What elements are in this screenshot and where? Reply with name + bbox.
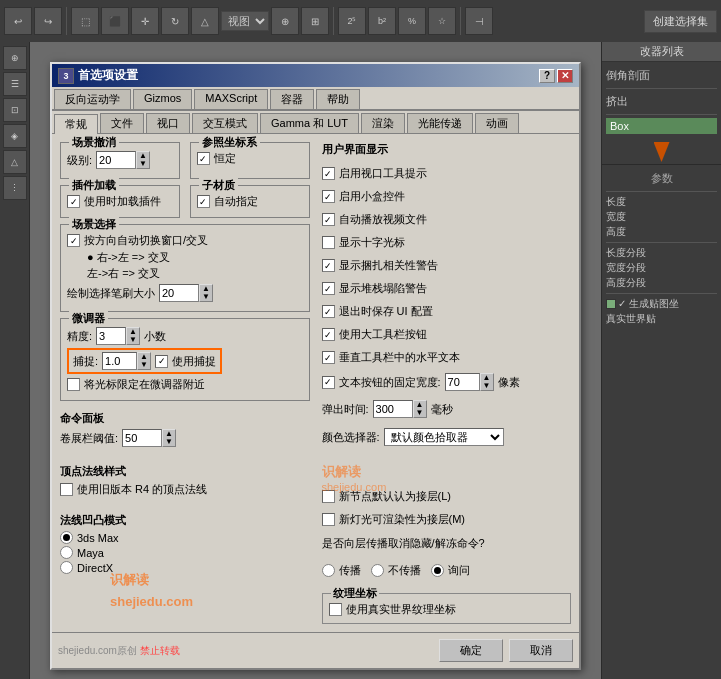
level-input[interactable] [96,151,136,169]
popup-time-input[interactable] [373,400,413,418]
ui-cb-10[interactable] [322,376,335,389]
tab-containers[interactable]: 容器 [270,89,314,109]
brush-size-spinner[interactable]: ▲▼ [199,284,213,302]
ui-item-10[interactable]: 文本按钮的固定宽度: ▲▼ 像素 [322,373,572,391]
new-light-row[interactable]: 新灯光可渲染性为接层(M) [322,512,572,527]
brush-size-input[interactable] [159,284,199,302]
toolbar-undo-btn[interactable]: ↩ [4,7,32,35]
limit-cursor-row[interactable]: 将光标限定在微调器附近 [67,377,303,392]
view-dropdown[interactable]: 视图 [221,11,269,31]
ui-item-1[interactable]: 启用视口工具提示 [322,166,572,181]
bevel-item[interactable]: 倒角剖面 [606,66,717,85]
real-world-coords-row[interactable]: 使用真实世界纹理坐标 [329,602,565,617]
rollout-input[interactable] [122,429,162,447]
tab-maxscript[interactable]: MAXScript [194,89,268,109]
ui-cb-4[interactable] [322,236,335,249]
cancel-button[interactable]: 取消 [509,639,573,662]
real-world-coords-cb[interactable] [329,603,342,616]
propagate-radio[interactable] [322,564,335,577]
ui-cb-6[interactable] [322,282,335,295]
toolbar-num1-btn[interactable]: 2⁵ [338,7,366,35]
toolbar-num3-btn[interactable]: % [398,7,426,35]
fixed-width-spinner[interactable]: ▲▼ [480,373,494,391]
use-snap-cb[interactable] [155,355,168,368]
bumpy-directx-radio[interactable] [60,561,73,574]
use-on-load-row[interactable]: 使用时加载插件 [67,194,173,209]
ui-cb-3[interactable] [322,213,335,226]
vertex-normal-row[interactable]: 使用旧版本 R4 的顶点法线 [60,482,310,497]
ask-radio[interactable] [431,564,444,577]
bumpy-maya-radio[interactable] [60,546,73,559]
auto-assign-row[interactable]: 自动指定 [197,194,303,209]
precision-spinner[interactable]: ▲▼ [126,327,140,345]
ui-item-7[interactable]: 退出时保存 UI 配置 [322,304,572,319]
tab-inverse-kinematics[interactable]: 反向运动学 [54,89,131,109]
toolbar-num2-btn[interactable]: b² [368,7,396,35]
left-btn-2[interactable]: ☰ [3,72,27,96]
tab-radiosity[interactable]: 光能传递 [407,113,473,133]
ok-button[interactable]: 确定 [439,639,503,662]
toolbar-extra2-btn[interactable]: ⊞ [301,7,329,35]
tab-gamma[interactable]: Gamma 和 LUT [260,113,359,133]
gen-coords-cb[interactable] [606,299,616,309]
auto-switch-row[interactable]: 按方向自动切换窗口/交叉 [67,233,303,248]
extrude-item[interactable]: 挤出 [606,92,717,111]
snap-spinner[interactable]: ▲▼ [137,352,151,370]
tab-interaction[interactable]: 交互模式 [192,113,258,133]
close-btn[interactable]: ✕ [557,69,573,83]
no-propagate-row[interactable]: 不传播 [371,563,421,578]
ui-cb-8[interactable] [322,328,335,341]
toolbar-move-btn[interactable]: ✛ [131,7,159,35]
vertex-normal-cb[interactable] [60,483,73,496]
help-btn[interactable]: ? [539,69,555,83]
use-on-load-cb[interactable] [67,195,80,208]
tab-general[interactable]: 常规 [54,114,98,134]
fixed-width-input[interactable] [445,373,480,391]
tab-animation[interactable]: 动画 [475,113,519,133]
bumpy-maya-row[interactable]: Maya [60,546,310,559]
ask-row[interactable]: 询问 [431,563,470,578]
auto-assign-cb[interactable] [197,195,210,208]
ui-cb-2[interactable] [322,190,335,203]
box-item[interactable]: Box [606,118,717,134]
auto-switch-cb[interactable] [67,234,80,247]
precision-input[interactable] [96,327,126,345]
create-selection-btn[interactable]: 创建选择集 [644,10,717,33]
bumpy-3dsmax-radio[interactable] [60,531,73,544]
ui-cb-1[interactable] [322,167,335,180]
ui-item-2[interactable]: 启用小盒控件 [322,189,572,204]
toolbar-select-btn[interactable]: ⬚ [71,7,99,35]
level-spinner[interactable]: ▲▼ [136,151,150,169]
rollout-spinner[interactable]: ▲▼ [162,429,176,447]
bumpy-3dsmax-row[interactable]: 3ds Max [60,531,310,544]
ui-item-5[interactable]: 显示捆扎相关性警告 [322,258,572,273]
left-btn-1[interactable]: ⊕ [3,46,27,70]
bumpy-directx-row[interactable]: DirectX [60,561,310,574]
toolbar-extra1-btn[interactable]: ⊕ [271,7,299,35]
ui-item-9[interactable]: 垂直工具栏中的水平文本 [322,350,572,365]
propagate-row[interactable]: 传播 [322,563,361,578]
popup-time-spinner[interactable]: ▲▼ [413,400,427,418]
toolbar-rotate-btn[interactable]: ↻ [161,7,189,35]
ui-cb-9[interactable] [322,351,335,364]
tab-gizmos[interactable]: Gizmos [133,89,192,109]
toolbar-scale-btn[interactable]: △ [191,7,219,35]
toolbar-mirror-btn[interactable]: ⊣ [465,7,493,35]
snap-input[interactable] [102,352,137,370]
toolbar-select2-btn[interactable]: ⬛ [101,7,129,35]
ui-item-6[interactable]: 显示堆栈塌陷警告 [322,281,572,296]
color-selector-dropdown[interactable]: 默认颜色拾取器 [384,428,504,446]
toolbar-num4-btn[interactable]: ☆ [428,7,456,35]
ui-cb-5[interactable] [322,259,335,272]
limit-cursor-cb[interactable] [67,378,80,391]
left-btn-5[interactable]: △ [3,150,27,174]
tab-viewport[interactable]: 视口 [146,113,190,133]
ui-item-4[interactable]: 显示十字光标 [322,235,572,250]
tab-file[interactable]: 文件 [100,113,144,133]
ui-item-8[interactable]: 使用大工具栏按钮 [322,327,572,342]
constant-cb[interactable] [197,152,210,165]
tab-help[interactable]: 帮助 [316,89,360,109]
toolbar-redo-btn[interactable]: ↪ [34,7,62,35]
ui-cb-7[interactable] [322,305,335,318]
left-btn-3[interactable]: ⊡ [3,98,27,122]
